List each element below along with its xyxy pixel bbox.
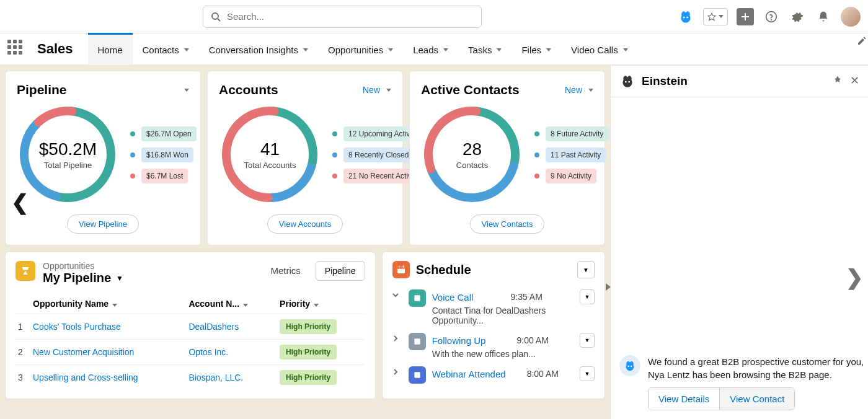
view-details-button[interactable]: View Details bbox=[649, 388, 719, 410]
search-input[interactable] bbox=[227, 11, 474, 22]
table-row: 1Cooks' Tools PurchaseDealDashersHigh Pr… bbox=[16, 314, 365, 340]
legend-pill: $26.7M Open bbox=[141, 126, 197, 141]
event-menu[interactable]: ▼ bbox=[580, 366, 595, 381]
chevron-down-icon bbox=[546, 48, 551, 51]
view-accounts-button[interactable]: View Accounts bbox=[267, 214, 343, 234]
legend-pill: 8 Recently Closed bbox=[343, 148, 414, 162]
favorites-button[interactable] bbox=[703, 8, 728, 25]
event-menu[interactable]: ▼ bbox=[580, 333, 595, 348]
event-title[interactable]: Webinar Attended bbox=[432, 369, 506, 379]
user-avatar[interactable] bbox=[841, 7, 861, 27]
opportunity-link[interactable]: Upselling and Cross-selling bbox=[30, 365, 186, 390]
help-button[interactable] bbox=[763, 8, 780, 25]
svg-point-0 bbox=[212, 13, 218, 19]
schedule-card: Schedule ▼ Voice Call 9:35 AM ▼ Contact … bbox=[382, 252, 605, 399]
nav-tab-tasks[interactable]: Tasks bbox=[458, 33, 512, 65]
view-pipeline-button[interactable]: View Pipeline bbox=[67, 214, 139, 234]
einstein-next[interactable]: ❯ bbox=[846, 265, 863, 289]
opportunity-link[interactable]: Cooks' Tools Purchase bbox=[30, 314, 186, 340]
schedule-menu[interactable]: ▼ bbox=[577, 261, 595, 278]
opportunities-title[interactable]: My Pipeline ▼ bbox=[43, 271, 256, 285]
schedule-item: Webinar Attended 8:00 AM ▼ bbox=[392, 363, 595, 387]
einstein-bot-icon bbox=[619, 355, 640, 376]
column-header[interactable]: Account N... bbox=[186, 294, 277, 314]
opportunities-icon bbox=[16, 261, 35, 281]
chevron-down-icon[interactable] bbox=[386, 89, 391, 92]
app-name: Sales bbox=[37, 41, 73, 57]
settings-button[interactable] bbox=[789, 8, 806, 25]
svg-point-9 bbox=[771, 19, 772, 20]
nav-tab-home[interactable]: Home bbox=[88, 33, 133, 65]
legend-dot bbox=[332, 174, 337, 179]
account-link[interactable]: Biospan, LLC. bbox=[186, 365, 277, 390]
contacts-donut: 28Contacts bbox=[421, 104, 523, 206]
event-desc: Contact Tina for DealDashers Opportunity… bbox=[432, 306, 595, 325]
app-launcher[interactable] bbox=[7, 40, 26, 58]
legend-pill: $6.7M Lost bbox=[141, 169, 188, 183]
event-title[interactable]: Following Up bbox=[432, 335, 486, 346]
close-button[interactable]: ✕ bbox=[850, 75, 859, 87]
star-icon bbox=[707, 12, 716, 21]
svg-point-22 bbox=[631, 366, 632, 367]
event-menu[interactable]: ▼ bbox=[580, 289, 595, 304]
priority-badge: High Priority bbox=[280, 345, 337, 359]
view-contacts-button[interactable]: View Contacts bbox=[470, 214, 545, 234]
view-contact-button[interactable]: View Contact bbox=[719, 388, 794, 410]
metrics-toggle[interactable]: Metrics bbox=[264, 261, 308, 280]
add-button[interactable] bbox=[737, 8, 754, 25]
accounts-card: Accounts New 41Total Accounts 12 Upcomin… bbox=[207, 71, 403, 245]
gear-icon bbox=[791, 11, 804, 23]
column-header[interactable]: Priority bbox=[277, 294, 365, 314]
chevron-down-icon[interactable] bbox=[184, 89, 189, 92]
expand-toggle[interactable] bbox=[392, 333, 402, 359]
event-icon bbox=[409, 366, 426, 384]
opportunities-card: Opportunities My Pipeline ▼ Metrics Pipe… bbox=[5, 252, 376, 399]
notifications-button[interactable] bbox=[815, 8, 832, 25]
priority-badge: High Priority bbox=[280, 370, 337, 385]
svg-marker-5 bbox=[708, 13, 715, 20]
legend-dot bbox=[534, 152, 539, 157]
nav-tab-opportunities[interactable]: Opportunities bbox=[318, 33, 403, 65]
svg-rect-14 bbox=[414, 295, 420, 301]
chevron-down-icon[interactable] bbox=[588, 89, 593, 92]
einstein-logo-icon bbox=[619, 73, 636, 89]
nav-tab-video-calls[interactable]: Video Calls bbox=[561, 33, 638, 65]
legend-pill: $16.8M Won bbox=[141, 148, 193, 162]
new-link[interactable]: New bbox=[565, 85, 582, 95]
nav-tab-conversation-insights[interactable]: Conversation Insights bbox=[199, 33, 318, 65]
account-link[interactable]: DealDashers bbox=[186, 314, 277, 340]
pipeline-toggle[interactable]: Pipeline bbox=[316, 261, 365, 281]
accounts-donut: 41Total Accounts bbox=[219, 104, 321, 206]
event-title[interactable]: Voice Call bbox=[432, 292, 474, 302]
legend-dot bbox=[332, 131, 337, 136]
legend-pill: 9 No Activity bbox=[546, 169, 596, 183]
pencil-icon bbox=[857, 36, 867, 46]
pin-icon bbox=[833, 75, 843, 85]
svg-point-18 bbox=[625, 81, 627, 83]
account-link[interactable]: Optos Inc. bbox=[186, 340, 277, 365]
nav-tab-leads[interactable]: Leads bbox=[403, 33, 458, 65]
panel-collapse-handle[interactable] bbox=[606, 283, 611, 291]
chevron-down-icon bbox=[623, 48, 628, 51]
expand-toggle[interactable] bbox=[392, 366, 402, 384]
nav-tab-files[interactable]: Files bbox=[512, 33, 561, 65]
carousel-prev[interactable]: ❮ bbox=[11, 190, 29, 214]
global-search[interactable] bbox=[203, 6, 482, 28]
svg-rect-16 bbox=[414, 372, 420, 377]
chevron-down-icon bbox=[303, 48, 308, 51]
einstein-icon[interactable] bbox=[677, 8, 694, 25]
legend-dot bbox=[130, 152, 135, 157]
svg-rect-15 bbox=[414, 338, 420, 344]
new-link[interactable]: New bbox=[363, 85, 380, 95]
einstein-title: Einstein bbox=[642, 74, 688, 88]
opportunities-subtitle: Opportunities bbox=[43, 261, 256, 271]
pin-button[interactable] bbox=[833, 75, 843, 87]
event-desc: With the new offices plan... bbox=[432, 349, 595, 359]
opportunity-link[interactable]: New Customer Acquisition bbox=[30, 340, 186, 365]
expand-toggle[interactable] bbox=[392, 289, 402, 325]
event-time: 9:00 AM bbox=[517, 335, 549, 345]
column-header[interactable]: Opportunity Name bbox=[30, 294, 186, 314]
edit-nav-button[interactable] bbox=[857, 36, 867, 48]
svg-point-19 bbox=[628, 81, 630, 83]
nav-tab-contacts[interactable]: Contacts bbox=[133, 33, 199, 65]
